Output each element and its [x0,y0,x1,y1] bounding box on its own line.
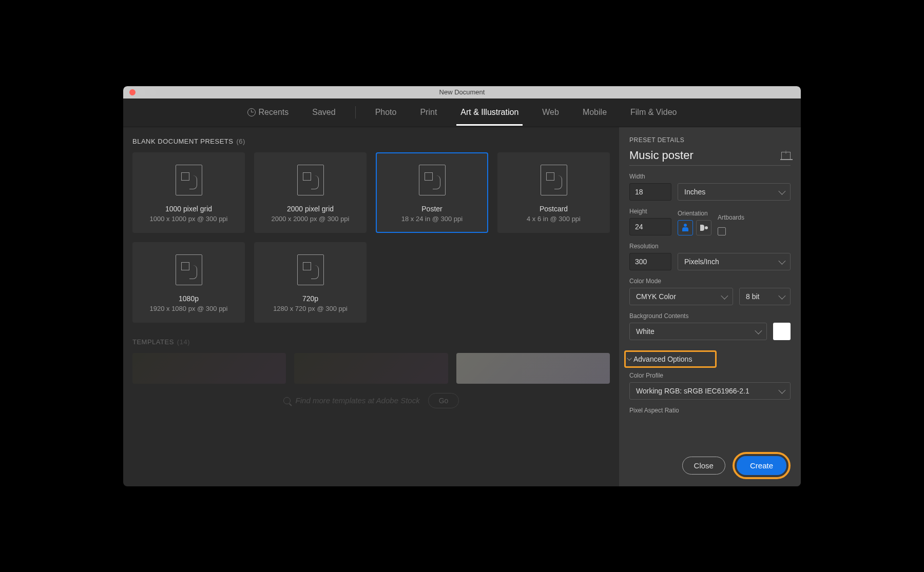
templates-header: TEMPLATES (14) [132,338,610,346]
chevron-down-icon [721,292,728,299]
template-thumbnail[interactable] [294,353,448,384]
stock-search-input[interactable]: Find more templates at Adobe Stock [283,396,420,405]
document-name-input[interactable] [629,149,781,162]
window-title: New Document [439,88,485,96]
stock-search-go-button[interactable]: Go [428,393,459,408]
resolution-input[interactable] [629,253,671,270]
tab-art-illustration[interactable]: Art & Illustration [456,100,523,126]
chevron-down-icon [778,292,785,299]
chevron-down-icon [627,356,632,361]
preset-poster[interactable]: Poster18 x 24 in @ 300 ppi [376,152,488,233]
save-preset-icon[interactable] [781,152,791,159]
units-select[interactable]: Inches [678,183,791,201]
chevron-down-icon [755,327,762,334]
orientation-portrait-button[interactable] [678,220,693,235]
close-button[interactable]: Close [682,457,725,475]
document-icon [297,254,324,285]
color-profile-select[interactable]: Working RGB: sRGB IEC61966-2.1 [629,382,791,400]
preset-postcard[interactable]: Postcard4 x 6 in @ 300 ppi [497,152,610,233]
width-label: Width [629,173,791,180]
resolution-units-select[interactable]: Pixels/Inch [678,253,791,270]
document-icon [541,165,567,195]
color-profile-label: Color Profile [629,372,791,379]
tab-web[interactable]: Web [538,100,563,126]
template-thumbnail[interactable] [456,353,610,384]
document-icon [419,165,446,195]
presets-pane: BLANK DOCUMENT PRESETS (6) 1000 pixel gr… [123,127,619,486]
tab-photo[interactable]: Photo [371,100,401,126]
template-thumbnail[interactable] [132,353,286,384]
tab-film-video[interactable]: Film & Video [626,100,681,126]
preset-1080p[interactable]: 1080p1920 x 1080 px @ 300 ppi [132,242,245,323]
zoom-window-icon[interactable] [150,89,156,95]
new-document-dialog: New Document Recents Saved Photo Print A… [123,86,801,486]
background-color-swatch[interactable] [773,323,791,340]
tab-recents[interactable]: Recents [243,100,293,126]
pixel-aspect-label: Pixel Aspect Ratio [629,407,791,414]
height-input[interactable] [629,218,671,235]
height-label: Height [629,208,671,215]
titlebar: New Document [123,86,801,98]
artboards-checkbox[interactable] [718,227,726,235]
preset-720p[interactable]: 720p1280 x 720 px @ 300 ppi [254,242,367,323]
artboards-label: Artboards [718,214,744,221]
minimize-window-icon[interactable] [140,89,146,95]
document-icon [176,165,202,195]
preset-1000-pixel-grid[interactable]: 1000 pixel grid1000 x 1000 px @ 300 ppi [132,152,245,233]
chevron-down-icon [778,257,785,264]
preset-details-pane: PRESET DETAILS Width Inches Height Orien… [619,127,801,486]
search-icon [283,397,291,404]
create-button[interactable]: Create [737,456,786,475]
details-header: PRESET DETAILS [629,136,791,144]
document-icon [176,254,202,285]
orientation-label: Orientation [678,210,711,217]
templates-section: TEMPLATES (14) Find more templates at Ad… [132,338,610,408]
create-button-highlight: Create [733,452,791,479]
close-window-icon[interactable] [129,89,136,95]
background-select[interactable]: White [629,323,767,340]
tab-print[interactable]: Print [416,100,441,126]
person-icon [682,224,688,232]
orientation-landscape-button[interactable] [696,220,711,235]
person-icon [700,225,708,231]
colormode-label: Color Mode [629,278,791,285]
colormode-select[interactable]: CMYK Color [629,288,733,305]
advanced-options-toggle[interactable]: Advanced Options [624,350,717,368]
width-input[interactable] [629,183,671,201]
clock-icon [247,108,256,116]
resolution-label: Resolution [629,243,791,250]
chevron-down-icon [778,187,785,194]
tab-saved[interactable]: Saved [308,100,339,126]
tab-mobile[interactable]: Mobile [579,100,611,126]
preset-2000-pixel-grid[interactable]: 2000 pixel grid2000 x 2000 px @ 300 ppi [254,152,367,233]
bitdepth-select[interactable]: 8 bit [739,288,791,305]
category-tabs: Recents Saved Photo Print Art & Illustra… [123,98,801,127]
background-label: Background Contents [629,312,791,320]
document-icon [297,165,324,195]
presets-header: BLANK DOCUMENT PRESETS (6) [132,137,610,145]
chevron-down-icon [778,386,785,393]
